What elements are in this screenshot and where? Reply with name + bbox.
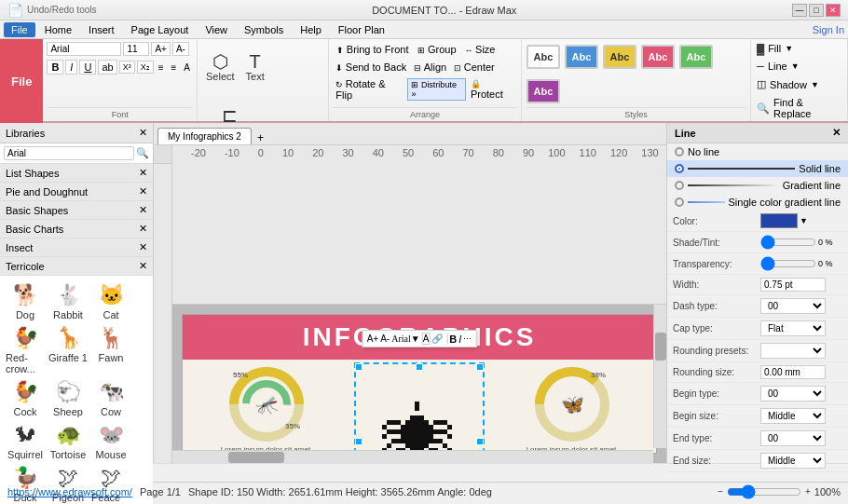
font-select-btn[interactable]: Arial▼ [391, 334, 419, 344]
window-controls[interactable]: — □ ✕ [792, 4, 841, 17]
sidebar-search-icon[interactable]: 🔍 [136, 147, 149, 159]
shape-red-crow...[interactable]: 🐓Red-crow... [6, 324, 45, 375]
zoom-in-btn[interactable]: + [805, 486, 811, 497]
line-option-solid[interactable]: Solid line [667, 160, 848, 177]
handle-tm[interactable] [416, 363, 423, 371]
align-btn[interactable]: ⊟ Align [411, 61, 449, 74]
handle-tl[interactable] [355, 363, 362, 371]
canvas[interactable]: INFOGRAPHICS [172, 305, 666, 463]
sign-in-link[interactable]: Sign In [813, 24, 844, 35]
strikethrough-button[interactable]: ab [98, 60, 116, 75]
panel-close-btn[interactable]: ✕ [832, 127, 841, 139]
line-option-gradient[interactable]: Gradient line [667, 177, 848, 194]
file-ribbon-button[interactable]: File [0, 39, 43, 123]
font-family-input[interactable] [47, 42, 121, 56]
zoom-out-btn[interactable]: − [718, 486, 723, 497]
font-size-input[interactable] [123, 42, 149, 56]
superscript-button[interactable]: X² [119, 61, 135, 74]
float-italic-btn[interactable]: I [458, 334, 461, 345]
add-tab-button[interactable]: + [257, 131, 264, 144]
scrollbar-thumb-v[interactable] [655, 333, 666, 361]
style-pink-btn[interactable]: Abc [641, 45, 675, 69]
find-replace-btn[interactable]: 🔍Find & Replace [755, 95, 843, 121]
distribute-btn[interactable]: ⊞ Distribute » [407, 78, 466, 101]
italic-button[interactable]: I [65, 60, 77, 75]
font-size-increase[interactable]: A+ [151, 42, 171, 56]
minimize-button[interactable]: — [792, 4, 807, 17]
category-insect[interactable]: Insect ✕ [0, 238, 153, 257]
rotate-flip-btn[interactable]: ↻ Rotate & Flip [333, 77, 405, 102]
line-option[interactable]: ─Line ▼ [755, 59, 801, 74]
zoom-slider[interactable] [727, 484, 801, 499]
float-bold-btn[interactable]: B [446, 334, 457, 345]
font-color-button[interactable]: A [181, 61, 193, 74]
shape-pigeon[interactable]: 🕊Pigeon [48, 464, 88, 504]
vertical-scrollbar[interactable] [653, 305, 666, 448]
begin-type-select[interactable]: 00 [760, 386, 826, 402]
menu-symbols[interactable]: Symbols [237, 22, 291, 37]
send-to-back-btn[interactable]: ⬇ Send to Back [333, 61, 409, 74]
category-pie-doughnut[interactable]: Pie and Doughnut ✕ [0, 183, 153, 201]
select-tool-button[interactable]: ⬡ Select [201, 41, 239, 93]
group-btn[interactable]: ⊞ Group [414, 42, 459, 57]
style-plain-btn[interactable]: Abc [527, 45, 560, 69]
category-basic-charts[interactable]: Basic Charts ✕ [0, 220, 153, 238]
shape-peace-dove[interactable]: 🕊Peace Dove [91, 464, 130, 504]
category-terricole[interactable]: Terricole ✕ [0, 257, 153, 276]
style-green-btn[interactable]: Abc [679, 45, 713, 69]
shade-slider[interactable] [760, 235, 816, 250]
shape-dog[interactable]: 🐕Dog [6, 281, 45, 320]
style-purple-btn[interactable]: Abc [527, 79, 560, 103]
shape-rabbit[interactable]: 🐇Rabbit [48, 281, 88, 320]
handle-lm[interactable] [355, 438, 362, 445]
fill-option[interactable]: ▓Fill ▼ [755, 41, 795, 56]
text-tool-button[interactable]: T Text [241, 41, 269, 93]
rounding-size-input[interactable] [760, 365, 826, 379]
begin-size-select[interactable]: Middle Small Large [760, 408, 826, 424]
shape-cat[interactable]: 🐱Cat [91, 281, 130, 320]
font-size-up-btn[interactable]: A+ [367, 334, 379, 344]
category-list-shapes[interactable]: List Shapes ✕ [0, 164, 153, 183]
bold-button[interactable]: B [47, 60, 63, 75]
shape-tortoise[interactable]: 🐢Tortoise [48, 421, 88, 460]
sidebar-font-input[interactable] [4, 146, 134, 160]
style-yellow-btn[interactable]: Abc [603, 45, 636, 69]
shape-mouse[interactable]: 🐭Mouse [91, 421, 130, 460]
rounding-presets-select[interactable] [760, 343, 826, 359]
font-size-down-btn[interactable]: A- [380, 334, 390, 344]
maximize-button[interactable]: □ [809, 4, 824, 17]
cap-type-select[interactable]: Flat Round Square [760, 320, 826, 336]
menu-page-layout[interactable]: Page Layout [124, 22, 197, 37]
subscript-button[interactable]: X₂ [137, 61, 154, 74]
color-swatch-btn[interactable] [760, 213, 798, 228]
shape-cock[interactable]: 🐓Cock [6, 378, 45, 417]
handle-tr[interactable] [476, 363, 484, 371]
align-left-button[interactable]: ≡ [156, 61, 167, 74]
bring-to-front-btn[interactable]: ⬆ Bring to Front [333, 42, 412, 57]
menu-help[interactable]: Help [293, 22, 329, 37]
menu-home[interactable]: Home [37, 22, 79, 37]
shadow-option[interactable]: ◫Shadow ▼ [755, 76, 821, 92]
float-link-btn[interactable]: 🔗 [431, 334, 443, 344]
website-link[interactable]: https://www.edrawsoft.com/ [7, 486, 132, 497]
style-blue-btn[interactable]: Abc [565, 45, 598, 69]
close-button[interactable]: ✕ [826, 4, 841, 17]
sidebar-close-btn[interactable]: ✕ [139, 127, 147, 139]
transparency-slider[interactable] [760, 256, 816, 271]
shape-cow[interactable]: 🐄Cow [91, 378, 130, 417]
shape-giraffe-1[interactable]: 🦒Giraffe 1 [48, 324, 88, 375]
size-btn[interactable]: ↔ Size [462, 43, 499, 56]
menu-floor-plan[interactable]: Floor Plan [331, 22, 392, 37]
font-size-decrease[interactable]: A- [172, 42, 189, 56]
width-input[interactable] [760, 278, 826, 292]
canvas-tab-infographics[interactable]: My Infographics 2 [157, 128, 252, 144]
end-type-select[interactable]: 00 [760, 430, 826, 446]
shape-squirrel[interactable]: 🐿Squirrel [6, 421, 45, 460]
dash-type-select[interactable]: 00 [760, 298, 826, 314]
shape-sheep[interactable]: 🐑Sheep [48, 378, 88, 417]
protect-btn[interactable]: 🔒 Protect [468, 78, 517, 101]
float-more-btn[interactable]: ⋯ [463, 334, 472, 344]
handle-rm[interactable] [476, 438, 484, 445]
shape-duck[interactable]: 🦆Duck [6, 464, 45, 504]
horizontal-scrollbar[interactable] [172, 450, 653, 463]
